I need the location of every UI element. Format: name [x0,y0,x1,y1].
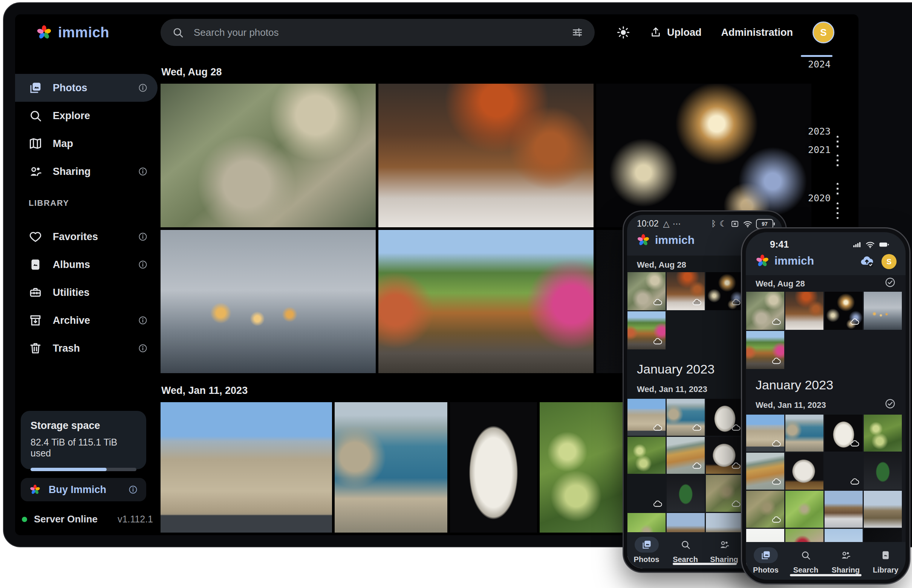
nav-pill [712,537,736,552]
buy-immich-button[interactable]: Buy Immich [21,478,146,501]
user-avatar[interactable]: S [812,21,835,44]
theme-toggle-icon[interactable] [617,26,630,39]
photo-thumbnail-church[interactable] [825,491,863,528]
photo-thumbnail-fortress[interactable] [746,415,784,452]
app-logo-text: immich [775,254,814,267]
photo-thumbnail-hands[interactable] [161,230,376,373]
photo-thumbnail-zoo[interactable] [746,292,784,330]
photo-thumbnail-fortress[interactable] [628,399,665,436]
avatar-initial: S [820,27,826,39]
backup-cloud-icon[interactable] [860,254,875,269]
cloud-backup-icon [731,423,741,433]
nav-photos[interactable]: Photos [746,542,786,580]
photo-thumbnail-coast[interactable] [667,399,705,436]
trash-icon [29,341,42,355]
search-filters-icon[interactable] [571,26,583,39]
administration-link[interactable]: Administration [721,27,793,39]
photo-thumbnail-beach[interactable] [667,437,705,474]
photo-thumbnail-beach[interactable] [746,453,784,489]
photo-thumbnail-zoo[interactable] [628,272,665,310]
photo-thumbnail-bust[interactable] [706,399,744,436]
alarm-icon: △ [663,220,670,228]
photo-thumbnail-coast[interactable] [335,402,447,533]
photo-thumbnail-zoo[interactable] [161,84,376,227]
date-group-header: Wed, Jan 11, 2023 [755,400,826,410]
home-indicator[interactable] [790,574,862,576]
photo-thumbnail-house[interactable] [864,491,902,528]
info-icon[interactable] [138,83,148,93]
app-logo[interactable]: immich [15,24,109,41]
photo-thumbnail-dinner[interactable] [378,84,594,227]
nav-active-pill [754,547,778,563]
sidebar-item-utilities[interactable]: Utilities [15,279,158,307]
iphone-header-actions: S [860,254,897,269]
user-avatar[interactable]: S [881,254,897,269]
timeline-year-2024[interactable]: 2024 [802,59,837,70]
nav-library[interactable]: Library [866,542,906,580]
info-icon[interactable] [138,260,148,270]
photo-thumbnail-autumn[interactable] [746,331,784,369]
info-icon[interactable] [138,315,148,325]
timeline-year-2023[interactable]: 2023 [802,126,837,137]
photo-thumbnail-ruin[interactable] [628,475,665,512]
buy-immich-label: Buy Immich [48,484,128,496]
search-input[interactable]: Search your photos [161,19,595,46]
album-icon [880,550,891,561]
server-status-row: Server Online v1.112.1 [22,514,153,525]
photo-thumbnail-sculpture2[interactable] [785,453,823,489]
photo-thumbnail-fireworks[interactable] [596,84,811,227]
photo-thumbnail-coast[interactable] [785,415,823,452]
sidebar-item-trash[interactable]: Trash [15,334,158,362]
upload-button[interactable]: Upload [650,26,702,39]
storage-title: Storage space [31,420,136,431]
photo-thumbnail-berries[interactable] [628,437,665,474]
cloud-backup-icon [692,297,702,307]
select-all-check-icon[interactable] [885,277,896,288]
home-indicator[interactable] [673,563,737,565]
photo-thumbnail-lizard2[interactable] [785,491,823,528]
sidebar-item-albums[interactable]: Albums [15,250,158,279]
photo-thumbnail-fireworks[interactable] [706,272,744,310]
sidebar-item-label: Favorites [53,231,138,243]
photo-thumbnail-autumn[interactable] [628,311,665,349]
photo-thumbnail-bust[interactable] [825,415,863,452]
sidebar-item-photos[interactable]: Photos [15,74,158,102]
photo-thumbnail-berries[interactable] [864,415,902,452]
info-icon[interactable] [138,166,148,176]
info-icon[interactable] [138,232,148,242]
photo-thumbnail-fireworks[interactable] [825,292,863,330]
timeline-ticks [837,155,838,169]
select-all-check-icon[interactable] [885,398,896,409]
timeline-year-2021[interactable]: 2021 [802,144,837,155]
server-online-dot [22,517,27,522]
info-icon[interactable] [128,485,138,494]
photo-thumbnail-berries[interactable] [540,402,626,533]
photo-thumbnail-xmas[interactable] [667,475,705,512]
upload-label: Upload [667,27,702,39]
nav-photos[interactable]: Photos [627,532,666,569]
sidebar-item-sharing[interactable]: Sharing [15,158,158,186]
sidebar-item-archive[interactable]: Archive [15,307,158,334]
upload-icon [650,26,662,39]
photo-thumbnail-fortress[interactable] [161,402,332,533]
info-icon[interactable] [138,343,148,353]
photo-thumbnail-hands[interactable] [864,292,902,330]
search-icon [801,550,811,561]
photo-grid [746,292,906,330]
sidebar-item-map[interactable]: Map [15,130,158,158]
photo-thumbnail-ruin[interactable] [825,453,863,489]
photo-thumbnail-lizard1[interactable] [706,475,744,512]
date-group-header: Wed, Aug 28 [161,66,222,78]
photo-thumbnail-dinner[interactable] [785,292,823,330]
photo-thumbnail-sculpture2[interactable] [706,437,744,474]
photo-thumbnail-xmas[interactable] [864,453,902,489]
timeline-year-2020[interactable]: 2020 [802,192,837,204]
photo-thumbnail-lizard1[interactable] [746,491,784,528]
photo-thumbnail-bust[interactable] [450,402,537,533]
photo-thumbnail-autumn[interactable] [378,230,594,373]
sidebar-item-explore[interactable]: Explore [15,102,158,130]
app-logo-text: immich [58,24,109,41]
photo-thumbnail-dinner[interactable] [667,272,705,310]
sidebar-item-favorites[interactable]: Favorites [15,223,158,250]
timeline-scrubber-marker[interactable] [801,55,833,57]
